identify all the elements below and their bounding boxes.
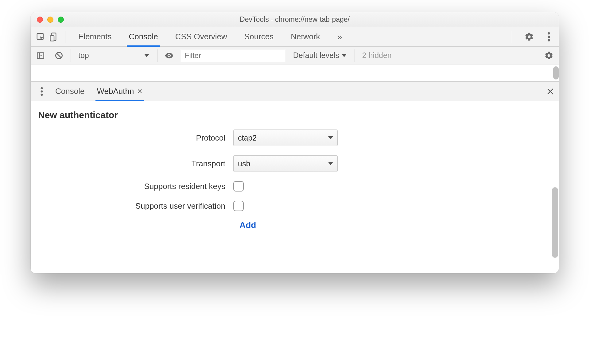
tab-elements[interactable]: Elements (77, 27, 113, 46)
tab-css-overview[interactable]: CSS Overview (174, 27, 228, 46)
scrollbar[interactable] (552, 187, 558, 258)
svg-point-10 (41, 90, 43, 92)
close-tab-icon[interactable]: ✕ (137, 87, 142, 95)
execution-context-select[interactable]: top (76, 51, 152, 60)
tab-sources[interactable]: Sources (243, 27, 275, 46)
main-tabs: Elements Console CSS Overview Sources Ne… (77, 27, 344, 46)
scrollbar[interactable] (553, 66, 559, 79)
chevrons-icon (337, 32, 343, 42)
svg-point-3 (548, 32, 550, 35)
console-settings-icon[interactable] (542, 49, 556, 62)
form-row-add: Add (37, 220, 553, 230)
drawer-kebab-menu[interactable] (35, 85, 49, 98)
close-drawer-button[interactable] (546, 87, 554, 95)
resident-keys-label: Supports resident keys (37, 182, 233, 191)
caret-down-icon (328, 162, 333, 165)
transport-label: Transport (37, 159, 233, 168)
tab-label: WebAuthn (97, 87, 134, 96)
settings-button[interactable] (522, 30, 536, 44)
protocol-label: Protocol (37, 133, 233, 143)
clear-console-icon[interactable] (52, 49, 66, 62)
svg-rect-2 (50, 36, 54, 41)
hidden-messages-count[interactable]: 2 hidden (360, 51, 394, 60)
user-verification-checkbox[interactable] (233, 201, 244, 211)
console-output (31, 64, 559, 82)
resident-keys-checkbox[interactable] (233, 181, 244, 192)
drawer-tabbar: Console WebAuthn ✕ (31, 82, 559, 101)
device-toolbar-icon[interactable] (47, 30, 61, 44)
authenticator-form: Protocol ctap2 Transport usb Supports re… (37, 130, 553, 230)
live-expression-icon[interactable] (162, 49, 176, 62)
webauthn-panel: New authenticator Protocol ctap2 Transpo… (31, 101, 559, 273)
drawer-tab-console[interactable]: Console (54, 82, 86, 101)
tab-label: Console (129, 32, 158, 41)
form-row-user-verification: Supports user verification (37, 201, 553, 211)
tab-label: CSS Overview (175, 32, 227, 41)
divider (512, 31, 512, 43)
svg-point-5 (548, 39, 550, 41)
caret-down-icon (342, 54, 347, 57)
add-authenticator-button[interactable]: Add (239, 220, 256, 230)
tab-label: Sources (244, 32, 274, 41)
drawer-tab-webauthn[interactable]: WebAuthn ✕ (95, 82, 144, 101)
titlebar: DevTools - chrome://new-tab-page/ (31, 12, 559, 27)
tab-label: Network (291, 32, 320, 41)
caret-down-icon (144, 54, 149, 57)
divider (65, 31, 65, 43)
more-tabs-button[interactable] (336, 27, 344, 46)
tab-network[interactable]: Network (289, 27, 321, 46)
context-label: top (78, 51, 89, 60)
svg-point-4 (548, 36, 550, 38)
log-levels-select[interactable]: Default levels (290, 51, 350, 60)
tab-label: Elements (78, 32, 111, 41)
form-row-resident-keys: Supports resident keys (37, 181, 553, 192)
user-verification-label: Supports user verification (37, 201, 233, 211)
caret-down-icon (328, 136, 333, 139)
svg-point-8 (168, 55, 170, 56)
kebab-menu-button[interactable] (542, 30, 556, 44)
window-title: DevTools - chrome://new-tab-page/ (31, 15, 559, 24)
select-value: ctap2 (238, 134, 257, 142)
form-row-protocol: Protocol ctap2 (37, 130, 553, 146)
select-value: usb (238, 159, 250, 168)
console-toolbar: top Default levels 2 hidden (31, 47, 559, 64)
divider (71, 49, 71, 62)
tab-label: Console (55, 87, 84, 96)
tab-console[interactable]: Console (127, 27, 159, 46)
inspect-element-icon[interactable] (34, 30, 47, 44)
svg-point-11 (41, 94, 43, 96)
transport-select[interactable]: usb (233, 155, 338, 172)
svg-point-9 (41, 87, 43, 89)
console-filter-input[interactable] (181, 49, 285, 62)
main-tabbar: Elements Console CSS Overview Sources Ne… (31, 27, 559, 47)
section-heading: New authenticator (37, 110, 553, 120)
divider (157, 49, 157, 62)
levels-label: Default levels (293, 51, 339, 60)
divider (355, 49, 355, 62)
console-sidebar-toggle-icon[interactable] (34, 49, 47, 62)
form-row-transport: Transport usb (37, 155, 553, 172)
protocol-select[interactable]: ctap2 (233, 130, 338, 146)
devtools-window: DevTools - chrome://new-tab-page/ Elemen… (31, 12, 559, 273)
